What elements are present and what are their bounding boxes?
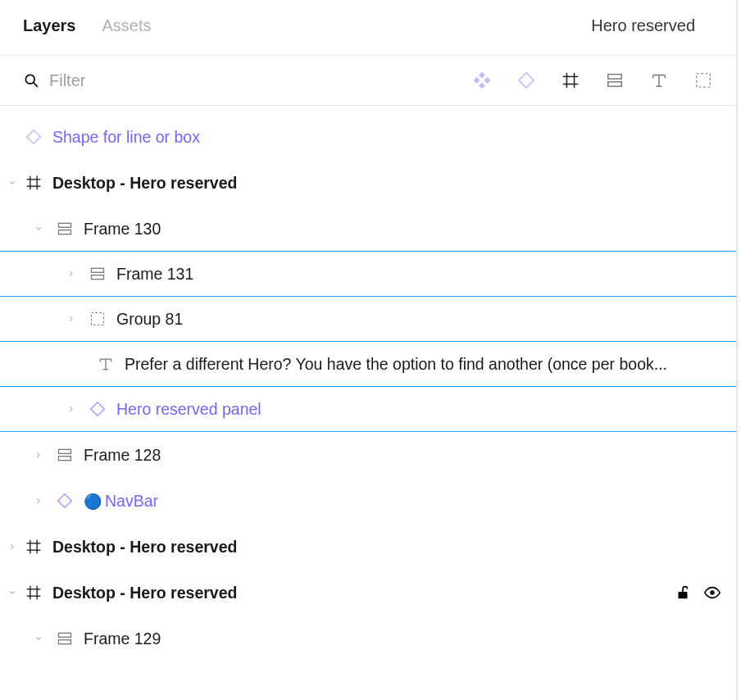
layer-label: Frame 130 [84,220,721,239]
search-icon [23,72,39,89]
tab-assets[interactable]: Assets [102,16,152,35]
filter-text-icon[interactable] [649,70,669,90]
chevron-down-icon [702,20,713,32]
layer-label: Shape for line or box [52,128,721,147]
expand-toggle[interactable] [33,223,44,234]
autolayout-icon [89,265,107,283]
filter-instance-icon[interactable] [516,70,536,90]
text-icon [97,355,115,373]
layer-label: Hero reserved panel [116,400,721,419]
navbar-text: NavBar [105,492,158,510]
layer-row-top-frame-a[interactable]: Desktop - Hero reserved [0,160,736,206]
expand-toggle[interactable] [7,541,18,552]
filter-row [0,56,736,106]
expand-toggle[interactable] [66,313,77,325]
layer-row-group81[interactable]: Group 81 [0,296,736,342]
expand-toggle[interactable] [66,403,77,415]
layer-label: Frame 128 [84,446,721,465]
layer-row-text-prefer[interactable]: Prefer a different Hero? You have the op… [0,341,736,387]
group-icon [89,310,107,328]
filter-autolayout-icon[interactable] [605,70,625,90]
layer-label: 🔵NavBar [84,492,721,511]
layer-label: Desktop - Hero reserved [52,538,721,557]
autolayout-icon [56,630,74,648]
autolayout-icon [56,220,74,238]
expand-toggle[interactable] [33,449,44,461]
layer-row-frame129[interactable]: Frame 129 [0,616,736,661]
expand-toggle[interactable] [33,633,44,644]
layer-label: Frame 129 [84,630,721,648]
page-selector-label: Hero reserved [591,16,695,35]
visibility-icon[interactable] [703,584,721,602]
instance-icon [25,128,43,146]
layer-list[interactable]: Shape for line or box Desktop - Hero res… [0,106,736,700]
lock-icon[interactable] [674,584,692,602]
layer-row-frame130[interactable]: Frame 130 [0,206,736,252]
layer-row-navbar[interactable]: 🔵NavBar [0,478,736,524]
panel-header: Layers Assets Hero reserved [0,0,736,56]
frame-icon [25,584,43,602]
page-selector[interactable]: Hero reserved [591,16,713,35]
navbar-emoji: 🔵 [84,493,102,510]
instance-icon [56,492,74,510]
layer-row-frame131[interactable]: Frame 131 [0,251,736,297]
expand-toggle[interactable] [66,268,77,280]
row-hover-actions [674,584,721,602]
panel-tabs: Layers Assets [23,16,152,35]
filter-group-icon[interactable] [693,70,713,90]
layer-label: Desktop - Hero reserved [52,174,721,193]
layer-row-shape[interactable]: Shape for line or box [0,114,736,160]
type-filter-buttons [472,70,713,90]
autolayout-icon [56,446,74,464]
layers-panel: Layers Assets Hero reserved Shape [0,0,738,700]
filter-left [23,71,472,90]
expand-toggle[interactable] [33,495,44,507]
frame-icon [25,174,43,192]
filter-component-icon[interactable] [472,70,492,90]
filter-input[interactable] [49,71,262,90]
layer-label: Frame 131 [116,265,721,284]
layer-label: Prefer a different Hero? You have the op… [125,355,721,374]
layer-row-hero-panel[interactable]: Hero reserved panel [0,386,736,432]
layer-label: Desktop - Hero reserved [52,584,674,602]
frame-icon [25,538,43,556]
layer-row-top-frame-b[interactable]: Desktop - Hero reserved [0,524,736,570]
tab-layers[interactable]: Layers [23,16,76,35]
filter-frame-icon[interactable] [561,70,580,90]
instance-icon [89,400,107,418]
expand-toggle[interactable] [7,587,18,598]
layer-row-top-frame-c[interactable]: Desktop - Hero reserved [0,570,736,616]
expand-toggle[interactable] [7,177,18,189]
layer-row-frame128[interactable]: Frame 128 [0,432,736,478]
layer-label: Group 81 [116,310,721,329]
